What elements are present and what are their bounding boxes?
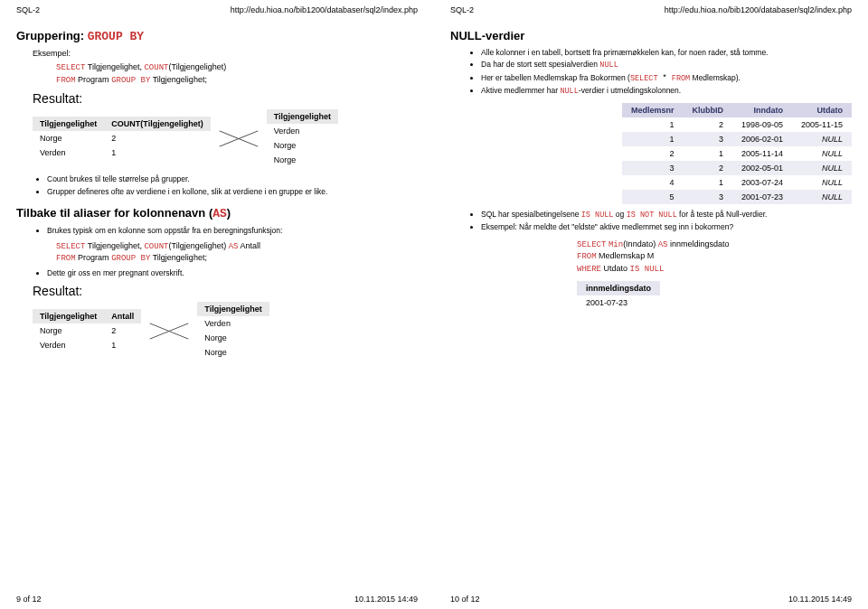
bullet-her-er: Her er tabellen Medlemskap fra Bokormen …: [481, 73, 852, 84]
cross-icon: [148, 314, 190, 347]
medlemskap-table: Medlemsnr KlubbID Inndato Utdato 121998-…: [622, 103, 852, 204]
page-right: SQL-2 http://edu.hioa.no/bib1200/databas…: [434, 0, 868, 609]
table-row: 322002-05-01NULL: [622, 161, 852, 175]
heading-alias: Tilbake til aliaser for kolonnenavn (AS): [16, 206, 418, 220]
mini-table-2: Tilgjengelighet Verden Norge Norge: [197, 302, 269, 360]
table-row: 412003-07-24NULL: [622, 175, 852, 190]
heading-group-by: Gruppering: GROUP BY: [16, 29, 418, 43]
table-row: 132006-02-01NULL: [622, 132, 852, 146]
query-1: SELECT Tilgjengelighet, COUNT(Tilgjengel…: [56, 61, 418, 86]
label-eksempel: Eksempel:: [33, 49, 418, 58]
header-left: SQL-2: [450, 5, 474, 14]
heading-resultat-1: Resultat:: [33, 91, 418, 106]
table-row: 212005-11-14NULL: [622, 146, 852, 161]
result-table-innmelding: innmeldingsdato 2001-07-23: [577, 281, 660, 310]
table-row: 121998-09-052005-11-15: [622, 117, 852, 132]
result-table-1: TilgjengelighetCOUNT(Tilgjengelighet) No…: [33, 117, 211, 160]
header-url: http://edu.hioa.no/bib1200/databaser/sql…: [231, 5, 418, 14]
bullet-count: Count brukes til telle størrelse på grup…: [47, 174, 418, 184]
bullet-dette: Dette gir oss en mer pregnant overskrift…: [47, 268, 418, 278]
heading-resultat-2: Resultat:: [33, 284, 418, 298]
table-row: 532001-07-23NULL: [622, 190, 852, 204]
footer-page: 10 of 12: [450, 595, 480, 604]
bullet-alle: Alle kolonner i en tabell, bortsett fra …: [481, 48, 852, 58]
mini-table-1: Tilgjengelighet Verden Norge Norge: [267, 109, 338, 167]
kw-group-by: GROUP BY: [88, 30, 144, 43]
bullet-aktive: Aktive medlemmer har NULL-verdier i utme…: [481, 86, 852, 97]
header-left: SQL-2: [16, 5, 40, 14]
heading-null: NULL-verdier: [450, 29, 852, 42]
query-2: SELECT Tilgjengelighet, COUNT(Tilgjengel…: [56, 240, 418, 265]
footer-date: 10.11.2015 14:49: [354, 595, 418, 604]
cross-icon: [218, 122, 259, 155]
query-3: SELECT Min(Inndato) AS innmeldingsdato F…: [577, 239, 852, 276]
kw-as: AS: [212, 207, 227, 220]
bullet-isnull: SQL har spesialbetingelsene IS NULL og I…: [481, 210, 852, 220]
bullet-brukes: Brukes typisk om en kolonne som oppstår …: [47, 226, 418, 236]
header-url: http://edu.hioa.no/bib1200/databaser/sql…: [665, 5, 852, 14]
footer-page: 9 of 12: [16, 595, 42, 604]
bullet-spesial: Da har de stort sett spesialverdien NULL: [481, 60, 852, 70]
result-table-2: TilgjengelighetAntall Norge2 Verden1: [33, 309, 141, 352]
footer-date: 10.11.2015 14:49: [788, 595, 852, 604]
bullet-grupper: Grupper defineres ofte av verdiene i en …: [47, 187, 418, 197]
page-left: SQL-2 http://edu.hioa.no/bib1200/databas…: [0, 0, 434, 609]
bullet-eksempel: Eksempel: Når meldte det "eldste" aktive…: [481, 222, 852, 232]
